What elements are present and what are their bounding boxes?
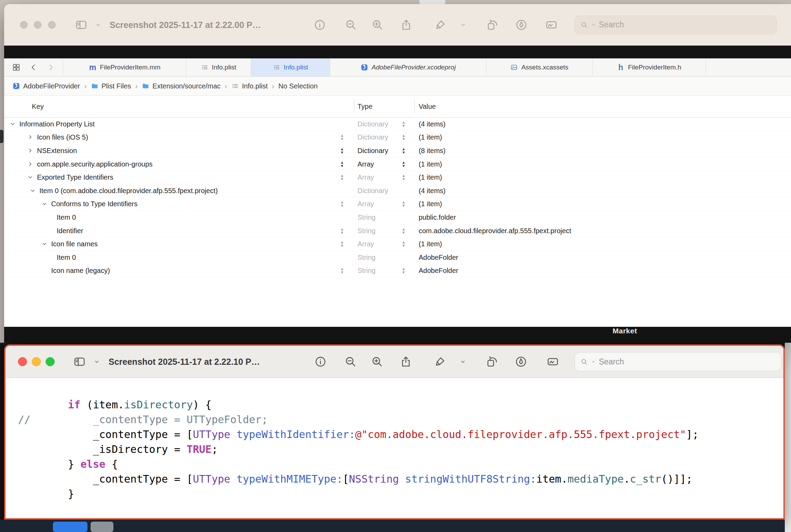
- zoom-in-button[interactable]: [371, 19, 384, 31]
- key-stepper[interactable]: ▲▼: [340, 200, 344, 207]
- type-stepper[interactable]: ▲▼: [402, 240, 406, 247]
- info-button[interactable]: [314, 19, 326, 31]
- search-field[interactable]: Search: [575, 352, 781, 371]
- column-header-type[interactable]: Type: [357, 103, 372, 111]
- tab-overview-button[interactable]: [12, 63, 21, 72]
- disclosure-down-icon[interactable]: [28, 175, 33, 180]
- plist-row[interactable]: Icon files (iOS 5)▲▼Dictionary▲▼(1 item): [4, 131, 791, 144]
- plist-row[interactable]: Identifier▲▼String▲▼com.adobe.cloud.file…: [4, 224, 791, 238]
- breadcrumb-item[interactable]: Info.plist: [231, 82, 268, 90]
- column-header-value[interactable]: Value: [419, 103, 436, 111]
- column-header-key[interactable]: Key: [32, 103, 44, 111]
- search-field[interactable]: Search: [575, 16, 777, 34]
- type-stepper[interactable]: ▲▼: [402, 147, 406, 154]
- forward-button[interactable]: [46, 63, 55, 72]
- zoom-out-button[interactable]: [345, 19, 357, 31]
- disclosure-right-icon[interactable]: [28, 161, 33, 167]
- xcode-tab-1[interactable]: mFileProviderItem.mm: [63, 58, 186, 76]
- plist-row[interactable]: NSExtension▲▼Dictionary▲▼(8 items): [4, 144, 791, 158]
- minimize-button[interactable]: [34, 21, 41, 29]
- type-stepper[interactable]: ▲▼: [402, 121, 406, 127]
- plist-row[interactable]: Icon file names▲▼Array▲▼(1 item): [4, 237, 791, 251]
- type-stepper[interactable]: ▲▼: [402, 267, 406, 274]
- plist-row[interactable]: Item 0Stringpublic.folder: [4, 211, 791, 224]
- plist-key: Identifier: [57, 227, 83, 235]
- key-stepper[interactable]: ▲▼: [340, 147, 344, 154]
- highlight-button[interactable]: [435, 19, 447, 31]
- rotate-button[interactable]: [486, 355, 499, 368]
- close-button[interactable]: [18, 357, 27, 366]
- xcode-tab-5[interactable]: Assets.xcassets: [486, 58, 593, 76]
- back-button[interactable]: [29, 63, 38, 72]
- plist-row[interactable]: com.apple.security.application-groups▲▼A…: [4, 158, 791, 171]
- plist-key: Information Property List: [19, 120, 95, 128]
- sidebar-toggle-button[interactable]: [75, 19, 87, 31]
- zoom-out-button[interactable]: [344, 355, 357, 368]
- plist-row[interactable]: Information Property ListDictionary▲▼(4 …: [4, 117, 791, 131]
- key-stepper[interactable]: ▲▼: [340, 134, 344, 141]
- sidebar-chevron-icon[interactable]: [93, 358, 100, 365]
- plist-row[interactable]: Item 0StringAdobeFolder: [4, 251, 791, 264]
- share-button[interactable]: [400, 355, 412, 368]
- zoom-button[interactable]: [48, 21, 56, 29]
- markup-button[interactable]: [515, 19, 528, 31]
- highlight-button[interactable]: [434, 355, 447, 368]
- plist-row[interactable]: Conforms to Type Identifiers▲▼Array▲▼(1 …: [4, 198, 791, 211]
- sidebar-chevron-icon[interactable]: [95, 21, 102, 28]
- sidebar-toggle-button[interactable]: [73, 355, 86, 368]
- disclosure-down-icon[interactable]: [30, 188, 35, 193]
- disclosure-down-icon[interactable]: [42, 241, 47, 247]
- code-line: // _contentType = UTTypeFolder;: [18, 412, 783, 427]
- disclosure-down-icon[interactable]: [42, 201, 47, 207]
- dock-item-gray[interactable]: [91, 522, 113, 532]
- breadcrumb-item[interactable]: Extension/source/mac: [142, 82, 221, 90]
- markup-button[interactable]: [515, 355, 527, 368]
- info-button[interactable]: [314, 355, 327, 368]
- xcode-tab-2[interactable]: Info.plist: [186, 58, 251, 76]
- xcode-tab-6[interactable]: hFileProviderItem.h: [593, 58, 706, 76]
- breadcrumb-item[interactable]: Plist Files: [91, 82, 131, 90]
- close-button[interactable]: [20, 21, 28, 29]
- type-stepper[interactable]: ▲▼: [402, 174, 406, 181]
- breadcrumb-item[interactable]: AdobeFileProvider: [12, 82, 80, 90]
- titlebar-bottom[interactable]: Screenshot 2025-11-17 at 2.22.10 P… Sear…: [6, 346, 783, 378]
- dock-item-blue[interactable]: [53, 522, 87, 532]
- key-stepper[interactable]: ▲▼: [340, 161, 344, 168]
- rotate-button[interactable]: [486, 19, 499, 31]
- highlight-chevron-icon[interactable]: [460, 21, 467, 28]
- xcode-tab-4[interactable]: AdobeFileProvider.xcodeproj: [330, 58, 486, 76]
- plist-icon: [231, 82, 239, 90]
- disclosure-down-icon[interactable]: [10, 121, 15, 126]
- titlebar-top[interactable]: Screenshot 2025-11-17 at 2.22.00 P… Sear…: [4, 4, 791, 46]
- annotate-button[interactable]: [545, 19, 558, 31]
- search-chevron-icon[interactable]: [591, 22, 596, 27]
- key-stepper[interactable]: ▲▼: [340, 240, 344, 247]
- zoom-in-button[interactable]: [371, 355, 383, 368]
- plist-row[interactable]: Exported Type Identifiers▲▼Array▲▼(1 ite…: [4, 171, 791, 184]
- breadcrumb-separator: ›: [268, 82, 278, 90]
- highlight-chevron-icon[interactable]: [459, 358, 466, 365]
- type-stepper[interactable]: ▲▼: [402, 200, 406, 207]
- breadcrumb-item[interactable]: No Selection: [278, 82, 317, 90]
- plist-key: Icon files (iOS 5): [37, 133, 88, 141]
- search-chevron-icon[interactable]: [591, 359, 596, 364]
- minimize-button[interactable]: [32, 357, 41, 366]
- zoom-button[interactable]: [46, 357, 55, 366]
- xcodeproj-icon: [361, 64, 368, 71]
- plist-value: (1 item): [419, 200, 442, 208]
- disclosure-right-icon[interactable]: [28, 148, 33, 153]
- share-button[interactable]: [400, 19, 412, 31]
- xcode-tab-3[interactable]: Info.plist: [251, 58, 330, 76]
- key-stepper[interactable]: ▲▼: [340, 174, 344, 181]
- type-stepper[interactable]: ▲▼: [402, 134, 406, 141]
- annotate-button[interactable]: [547, 355, 559, 368]
- type-stepper[interactable]: ▲▼: [402, 227, 406, 234]
- plist-row[interactable]: Icon name (legacy)▲▼String▲▼AdobeFolder: [4, 264, 791, 278]
- column-divider: [414, 99, 415, 114]
- key-stepper[interactable]: ▲▼: [340, 227, 344, 234]
- key-stepper[interactable]: ▲▼: [340, 267, 344, 274]
- disclosure-right-icon[interactable]: [28, 135, 33, 140]
- breadcrumb-separator: ›: [80, 82, 91, 90]
- plist-row[interactable]: Item 0 (com.adobe.cloud.fileprovider.afp…: [4, 184, 791, 198]
- type-stepper[interactable]: ▲▼: [402, 161, 406, 168]
